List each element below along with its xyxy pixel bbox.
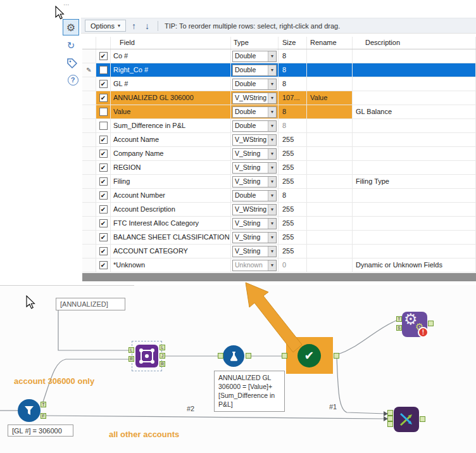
move-down-button[interactable]: ↓ <box>142 21 153 31</box>
type-dropdown-cell[interactable]: V_String▾ <box>231 147 279 160</box>
size-cell[interactable]: 255 <box>279 175 307 188</box>
union-crossing-arrows-tool[interactable] <box>394 407 419 432</box>
description-cell[interactable] <box>353 147 476 160</box>
type-dropdown[interactable]: Double▾ <box>232 120 277 132</box>
join-input-right-anchor[interactable]: R <box>128 356 134 362</box>
filter-tool[interactable] <box>18 399 41 422</box>
size-cell[interactable]: 255 <box>279 133 307 146</box>
description-cell[interactable]: Filing Type <box>353 175 476 188</box>
checkbox[interactable]: ✔ <box>99 247 108 255</box>
type-dropdown[interactable]: V_String▾ <box>232 232 277 243</box>
row-selector[interactable] <box>82 49 96 63</box>
union-output-anchor[interactable] <box>420 416 425 422</box>
description-cell[interactable] <box>353 231 476 244</box>
row-selector[interactable] <box>82 91 96 105</box>
table-row[interactable]: ✔FilingV_String▾255Filing Type <box>82 175 476 189</box>
dropdown-arrow-icon[interactable]: ▾ <box>268 233 276 243</box>
row-checkbox-cell[interactable]: ✔ <box>96 91 111 105</box>
union-input-anchor-3[interactable] <box>387 421 393 427</box>
table-row[interactable]: ✔*UnknownUnknown▾0Dynamic or Unknown Fie… <box>82 258 476 272</box>
checkbox[interactable] <box>99 66 108 74</box>
size-cell[interactable]: 8 <box>279 63 307 77</box>
dropdown-arrow-icon[interactable]: ▾ <box>268 79 276 89</box>
select-input-anchor[interactable] <box>282 353 287 359</box>
dropdown-arrow-icon[interactable]: ▾ <box>268 163 276 173</box>
row-checkbox-cell[interactable]: ✔ <box>96 77 111 91</box>
type-dropdown-cell[interactable]: Double▾ <box>231 63 279 77</box>
dropdown-arrow-icon[interactable]: ▾ <box>268 191 276 201</box>
type-dropdown[interactable]: V_String▾ <box>232 246 277 257</box>
type-dropdown[interactable]: Double▾ <box>232 79 277 90</box>
union-input-anchor-1[interactable] <box>387 410 393 416</box>
field-name-cell[interactable]: Company Name <box>111 147 231 160</box>
options-button[interactable]: Options ▾ <box>85 20 126 32</box>
row-selector[interactable] <box>82 161 96 174</box>
type-dropdown-cell[interactable]: Double▾ <box>231 119 279 132</box>
checkbox[interactable]: ✔ <box>99 80 108 88</box>
row-selector[interactable] <box>82 203 96 216</box>
type-dropdown[interactable]: V_String▾ <box>232 162 277 174</box>
filter-true-anchor[interactable]: T <box>41 402 46 407</box>
rename-cell[interactable] <box>307 203 353 216</box>
description-cell[interactable] <box>353 245 476 258</box>
size-cell[interactable]: 255 <box>279 245 307 258</box>
size-cell[interactable]: 255 <box>279 203 307 216</box>
table-row[interactable]: ✔Company NameV_String▾255 <box>82 147 476 161</box>
dropdown-arrow-icon[interactable]: ▾ <box>268 135 276 145</box>
table-row[interactable]: ValueDouble▾8GL Balance <box>82 105 476 119</box>
type-dropdown[interactable]: V_String▾ <box>232 148 277 160</box>
checkbox[interactable]: ✔ <box>99 205 108 214</box>
rename-cell[interactable] <box>307 147 353 160</box>
description-cell[interactable] <box>353 203 476 216</box>
size-cell[interactable]: 0 <box>279 258 307 272</box>
size-cell[interactable]: 107... <box>279 91 307 105</box>
checkbox[interactable]: ✔ <box>99 52 108 60</box>
rename-cell[interactable] <box>307 105 353 118</box>
row-checkbox-cell[interactable]: ✔ <box>96 175 111 188</box>
checkbox[interactable]: ✔ <box>99 150 108 158</box>
row-checkbox-cell[interactable]: ✔ <box>96 258 111 272</box>
header-description[interactable]: Description <box>353 37 476 49</box>
checkbox[interactable]: ✔ <box>99 219 108 227</box>
size-cell[interactable]: 8 <box>279 49 307 63</box>
annotation-filter-expression[interactable]: [GL #] = 306000 <box>8 424 73 437</box>
row-checkbox-cell[interactable] <box>96 63 111 77</box>
table-row[interactable]: ✔Co #Double▾8 <box>82 49 476 63</box>
table-row[interactable]: ✔FTC Interest Alloc CategoryV_String▾255 <box>82 217 476 231</box>
field-name-cell[interactable]: REGION <box>111 161 231 174</box>
field-name-cell[interactable]: BALANCE SHEET CLASSIFICATION <box>111 231 231 244</box>
annotation-annualized[interactable]: [ANNUALIZED] <box>56 298 125 310</box>
gears-input-s-anchor[interactable]: S <box>396 325 402 331</box>
field-name-cell[interactable]: FTC Interest Alloc Category <box>111 217 231 230</box>
rename-cell[interactable] <box>307 245 353 258</box>
dropdown-arrow-icon[interactable]: ▾ <box>268 177 276 187</box>
size-cell[interactable]: 8 <box>279 119 307 132</box>
checkbox[interactable]: ✔ <box>99 163 108 172</box>
size-cell[interactable]: 255 <box>279 147 307 160</box>
join-output-j-anchor[interactable]: J <box>160 353 165 359</box>
join-output-r-anchor[interactable]: R <box>160 361 165 367</box>
configuration-tab-gear-icon[interactable]: ⚙ <box>63 19 79 35</box>
rename-cell[interactable] <box>307 189 353 202</box>
table-row[interactable]: Sum_Difference in P&LDouble▾8 <box>82 119 476 133</box>
type-dropdown[interactable]: V_WString▾ <box>232 134 277 146</box>
row-selector[interactable] <box>82 119 96 132</box>
table-row[interactable]: ✔ACCOUNT CATEGORYV_String▾255 <box>82 245 476 258</box>
type-dropdown[interactable]: V_String▾ <box>232 218 277 229</box>
gears-input-t-anchor[interactable]: T <box>396 316 402 322</box>
description-cell[interactable] <box>353 63 476 77</box>
description-cell[interactable]: GL Balance <box>353 105 476 118</box>
header-rename[interactable]: Rename <box>307 37 353 49</box>
type-dropdown-cell[interactable]: Double▾ <box>231 49 279 63</box>
rename-cell[interactable] <box>307 63 353 77</box>
header-checkbox[interactable] <box>96 37 111 49</box>
formula-output-anchor[interactable] <box>246 353 251 359</box>
row-selector[interactable] <box>82 189 96 202</box>
row-selector[interactable] <box>82 258 96 272</box>
row-selector[interactable] <box>82 217 96 230</box>
field-name-cell[interactable]: Co # <box>111 49 231 63</box>
type-dropdown[interactable]: V_String▾ <box>232 176 277 188</box>
row-selector[interactable] <box>82 245 96 258</box>
row-selector[interactable] <box>82 133 96 146</box>
row-checkbox-cell[interactable] <box>96 105 111 118</box>
